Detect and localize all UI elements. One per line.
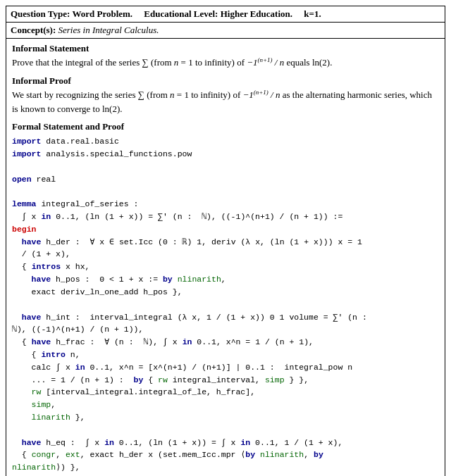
- formal-title: Formal Statement and Proof: [12, 121, 439, 132]
- k-label: k=1.: [304, 8, 321, 19]
- concept-row: Concept(s): Series in Integral Calculus.: [6, 23, 445, 39]
- concept-label: Concept(s):: [11, 25, 56, 35]
- main-container: Question Type: Word Problem. Educational…: [6, 6, 445, 476]
- informal-statement-text: Prove that the integral of the series ∑ …: [12, 56, 439, 70]
- header-row: Question Type: Word Problem. Educational…: [6, 6, 445, 23]
- informal-proof-title: Informal Proof: [12, 75, 439, 87]
- formal-code: import data.real.basic import analysis.s…: [12, 135, 439, 476]
- informal-proof-text: We start by recognizing the series ∑ (fr…: [12, 88, 439, 115]
- content-area: Informal Statement Prove that the integr…: [6, 39, 445, 476]
- informal-statement-title: Informal Statement: [12, 43, 439, 54]
- edu-level-label: Educational Level: Higher Education.: [144, 8, 292, 19]
- question-type-label: Question Type: Word Problem.: [11, 8, 132, 19]
- concept-value: Series in Integral Calculus.: [58, 25, 159, 35]
